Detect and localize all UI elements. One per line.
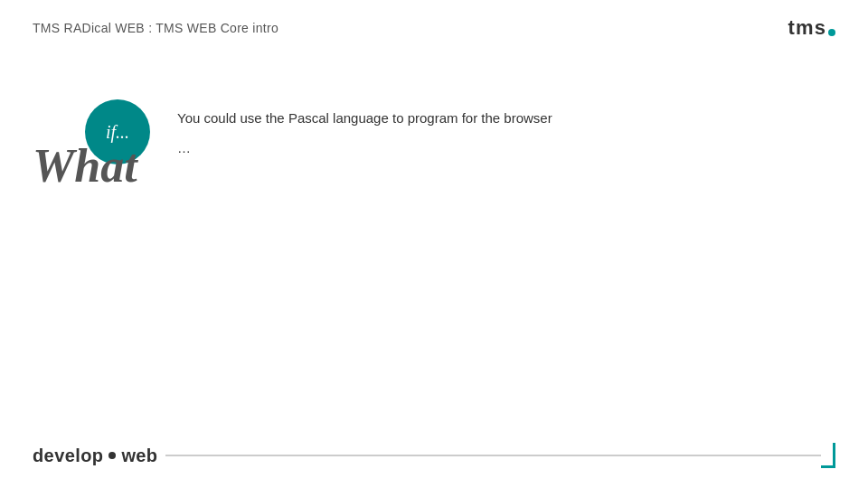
what-if-badge: What if... [33, 99, 150, 199]
description-continuation: … [177, 138, 835, 159]
header: TMS RADical WEB : TMS WEB Core intro tms [33, 16, 835, 40]
tms-logo: tms [788, 16, 835, 40]
logo-text: tms [788, 16, 826, 40]
header-title: TMS RADical WEB : TMS WEB Core intro [33, 21, 278, 35]
main-content: What if... You could use the Pascal lang… [33, 99, 835, 199]
description-main: You could use the Pascal language to pro… [177, 108, 835, 129]
footer-develop-label: develop [33, 446, 103, 466]
footer-web-label: web [121, 446, 157, 466]
what-text: What [33, 143, 137, 190]
footer-line [165, 455, 822, 456]
footer-dot [108, 452, 116, 459]
description-block: You could use the Pascal language to pro… [177, 99, 835, 158]
footer: develop web [33, 443, 835, 468]
logo-dot [828, 29, 835, 36]
footer-corner [821, 443, 835, 468]
